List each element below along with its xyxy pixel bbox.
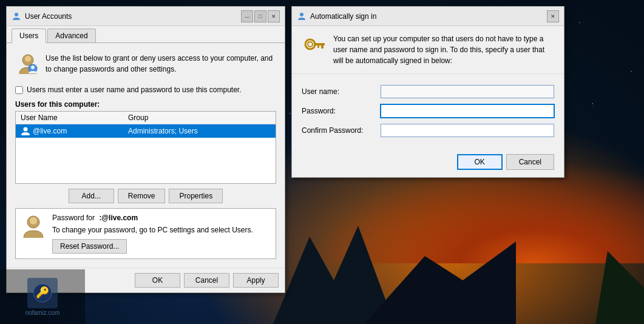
auto-signin-window-controls: [547, 10, 559, 22]
window-control-buttons: [241, 10, 280, 22]
user-accounts-icon: [16, 53, 39, 76]
apply-button[interactable]: Apply: [233, 273, 279, 288]
user-action-buttons: Add... Remove Properties: [15, 189, 276, 203]
signin-form: User name: Password: Confirm Password:: [292, 79, 564, 149]
tab-advanced[interactable]: Advanced: [47, 29, 95, 42]
group-cell: Administrators; Users: [123, 124, 276, 138]
username-cell: @live.com: [16, 124, 123, 138]
require-password-checkbox[interactable]: [15, 86, 23, 94]
dialog-buttons: OK Cancel: [292, 149, 564, 177]
close-button[interactable]: [268, 10, 280, 22]
watermark-text: nofamiz.com: [25, 309, 60, 316]
svg-point-9: [30, 217, 37, 224]
password-user-icon: [21, 214, 46, 239]
auto-signin-title-bar: Automatically sign in: [292, 7, 564, 26]
user-icon-cell: @live.com: [21, 126, 118, 136]
password-info-text: To change your password, go to PC settin…: [52, 226, 271, 234]
svg-point-6: [31, 66, 35, 69]
dialog-ok-button[interactable]: OK: [457, 154, 503, 170]
auto-signin-window-icon: [297, 12, 307, 21]
user-accounts-content: Use the list below to grant or deny user…: [7, 43, 285, 268]
password-section: Password for :@live.com To change your p…: [15, 208, 276, 259]
dialog-cancel-button[interactable]: Cancel: [506, 154, 554, 170]
info-text: Use the list below to grant or deny user…: [46, 53, 275, 75]
properties-button[interactable]: Properties: [169, 189, 223, 203]
close-icon: [271, 13, 276, 19]
auto-signin-close-button[interactable]: [547, 10, 559, 22]
password-for-user: :@live.com: [99, 214, 138, 222]
auto-signin-title: Automatically sign in: [310, 12, 376, 21]
watermark: 🔑 nofamiz.com: [0, 269, 85, 324]
users-section-label: Users for this computer:: [13, 100, 279, 109]
auto-signin-title-left: Automatically sign in: [297, 12, 376, 21]
col-group: Group: [123, 112, 276, 124]
user-row-icon: [21, 126, 30, 136]
key-icon: [302, 33, 326, 58]
user-accounts-window-icon: [12, 12, 21, 21]
title-bar-left: User Accounts: [12, 12, 72, 21]
auto-signin-close-icon: [551, 13, 555, 19]
tabs-container: Users Advanced: [7, 26, 285, 43]
reset-password-button[interactable]: Reset Password...: [52, 239, 127, 254]
user-accounts-title: User Accounts: [25, 12, 72, 21]
svg-point-4: [25, 56, 31, 62]
checkbox-label[interactable]: Users must enter a user name and passwor…: [27, 86, 242, 94]
confirm-password-input[interactable]: [381, 124, 554, 137]
password-label: Password:: [302, 107, 381, 115]
maximize-icon: [259, 13, 262, 19]
svg-rect-15: [317, 46, 319, 48]
cancel-button[interactable]: Cancel: [184, 273, 229, 288]
col-username: User Name: [16, 112, 123, 124]
svg-text:🔑: 🔑: [36, 286, 50, 299]
user-accounts-title-bar: User Accounts: [7, 7, 285, 26]
maximize-button[interactable]: [254, 10, 266, 22]
svg-point-11: [305, 39, 315, 49]
confirm-password-row: Confirm Password:: [302, 124, 554, 137]
auto-signin-dialog: Automatically sign in You can set up you…: [291, 6, 564, 178]
confirm-password-label: Confirm Password:: [302, 126, 381, 135]
signin-description-text: You can set up your computer so that use…: [333, 33, 554, 66]
username-row: User name:: [302, 85, 554, 98]
svg-point-2: [15, 13, 18, 16]
svg-point-10: [300, 13, 303, 16]
password-for-label: Password for :@live.com: [52, 214, 271, 222]
svg-point-7: [24, 127, 28, 132]
svg-rect-14: [321, 46, 324, 49]
username-value: @live.com: [33, 127, 67, 135]
user-table-container: User Name Group @live.com: [15, 111, 276, 184]
minimize-icon: [245, 13, 249, 19]
signin-description-section: You can set up your computer so that use…: [292, 26, 564, 74]
add-button[interactable]: Add...: [69, 189, 114, 203]
minimize-button[interactable]: [241, 10, 253, 22]
password-row: Password:: [302, 104, 554, 118]
user-table: User Name Group @live.com: [16, 112, 276, 138]
password-input[interactable]: [381, 104, 554, 118]
ok-button[interactable]: OK: [135, 273, 180, 288]
username-input[interactable]: [381, 85, 554, 98]
user-accounts-window: User Accounts Users Advanced Use the lis…: [6, 6, 285, 293]
username-label: User name:: [302, 87, 381, 96]
remove-button[interactable]: Remove: [118, 189, 166, 203]
password-right: Password for :@live.com To change your p…: [52, 214, 271, 254]
watermark-logo-icon: 🔑: [33, 283, 52, 303]
svg-rect-13: [314, 43, 325, 46]
table-row[interactable]: @live.com Administrators; Users: [16, 124, 276, 138]
password-for-text: Password for: [52, 214, 95, 222]
info-section: Use the list below to grant or deny user…: [13, 49, 279, 79]
checkbox-row: Users must enter a user name and passwor…: [13, 86, 279, 94]
svg-point-16: [307, 41, 310, 44]
tab-users[interactable]: Users: [12, 29, 46, 43]
